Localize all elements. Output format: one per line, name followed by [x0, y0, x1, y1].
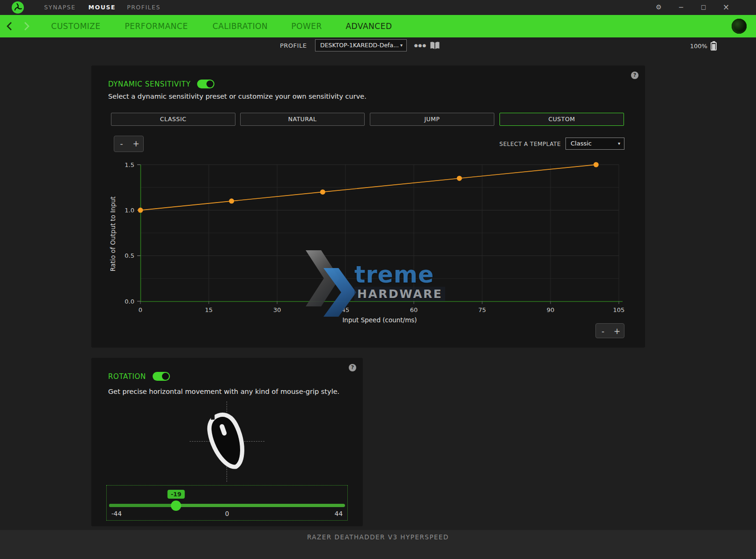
svg-text:0.0: 0.0	[125, 298, 134, 305]
battery-percentage: 100%	[690, 43, 707, 50]
profile-dropdown[interactable]: DESKTOP-1KAREDD-Defa... ▾	[315, 39, 407, 51]
footer-bar: RAZER DEATHADDER V3 HYPERSPEED	[0, 530, 756, 559]
rotation-description: Get precise horizontal movement with any…	[108, 388, 339, 395]
slider-center-label: 0	[225, 510, 229, 517]
svg-text:45: 45	[342, 306, 350, 313]
toggle-knob	[206, 80, 213, 87]
chart-zoom-control-bottom: - +	[595, 323, 624, 338]
template-select-label: SELECT A TEMPLATE	[499, 141, 561, 147]
razer-logo-icon[interactable]	[12, 1, 24, 14]
profile-label: PROFILE	[280, 42, 307, 49]
back-arrow-icon[interactable]	[6, 22, 13, 31]
maximize-icon[interactable]: □	[694, 0, 713, 15]
svg-text:0: 0	[139, 306, 142, 313]
forward-arrow-icon[interactable]	[23, 22, 30, 31]
battery-status: 100%	[690, 41, 717, 51]
template-dropdown[interactable]: Classic ▾	[565, 138, 624, 150]
svg-text:Ratio of Output to Input: Ratio of Output to Input	[109, 196, 117, 271]
sensitivity-curve-chart[interactable]: 0.00.51.01.50153045607590105Input Speed …	[108, 159, 625, 330]
slider-min-label: -44	[111, 510, 122, 517]
titlebar-tab-synapse[interactable]: SYNAPSE	[44, 0, 75, 15]
svg-text:75: 75	[478, 306, 486, 313]
rotation-slider[interactable]: -19 -44 0 44	[106, 485, 348, 521]
mouse-rotation-graphic	[199, 408, 255, 474]
dynamic-sensitivity-description: Select a dynamic sensitivity preset or c…	[108, 93, 367, 100]
titlebar: SYNAPSE MOUSE PROFILES ⚙ − □ ×	[0, 0, 756, 15]
razer-synapse-window: SYNAPSE MOUSE PROFILES ⚙ − □ × CUSTOMIZE…	[0, 0, 756, 559]
zoom-in-button[interactable]: +	[610, 324, 624, 338]
slider-track[interactable]	[109, 504, 345, 507]
tab-performance[interactable]: PERFORMANCE	[125, 15, 188, 37]
zoom-out-button[interactable]: -	[596, 324, 610, 338]
preset-button-custom[interactable]: CUSTOM	[499, 113, 624, 126]
help-icon[interactable]: ?	[631, 72, 639, 79]
chevron-down-icon: ▾	[400, 40, 403, 51]
preset-button-jump[interactable]: JUMP	[370, 113, 494, 126]
zoom-out-button[interactable]: -	[114, 136, 129, 152]
close-icon[interactable]: ×	[717, 0, 735, 15]
slider-fill	[109, 504, 176, 507]
profile-library-book-icon[interactable]	[430, 42, 440, 50]
tab-advanced[interactable]: ADVANCED	[345, 15, 392, 37]
preset-button-natural[interactable]: NATURAL	[240, 113, 365, 126]
profile-more-button[interactable]: ●●●	[414, 39, 427, 51]
zoom-in-button[interactable]: +	[129, 136, 143, 152]
rotation-panel: ? ROTATION Get precise horizontal moveme…	[91, 358, 363, 526]
dynamic-sensitivity-panel: ? DYNAMIC SENSITIVITY Select a dynamic s…	[91, 65, 645, 348]
rotation-title: ROTATION	[108, 372, 146, 381]
titlebar-tab-profiles[interactable]: PROFILES	[127, 0, 161, 15]
svg-text:105: 105	[613, 306, 625, 313]
svg-text:30: 30	[273, 306, 281, 313]
svg-text:15: 15	[205, 306, 213, 313]
razer-triskelion	[13, 2, 23, 13]
svg-text:Input Speed (count/ms): Input Speed (count/ms)	[342, 316, 417, 324]
template-dropdown-value: Classic	[571, 140, 592, 147]
battery-icon	[711, 41, 717, 51]
mouse-icon	[199, 408, 255, 474]
rotation-toggle[interactable]	[153, 372, 170, 381]
svg-text:0.5: 0.5	[125, 252, 134, 259]
chart-zoom-control-top: - +	[114, 136, 144, 152]
svg-text:60: 60	[410, 306, 418, 313]
dynamic-sensitivity-toggle[interactable]	[197, 80, 214, 88]
slider-value-badge: -19	[168, 490, 185, 499]
toggle-knob	[162, 373, 169, 380]
settings-gear-icon[interactable]: ⚙	[649, 0, 668, 15]
titlebar-tab-mouse[interactable]: MOUSE	[88, 0, 116, 15]
user-avatar[interactable]	[732, 19, 747, 34]
tab-customize[interactable]: CUSTOMIZE	[51, 15, 100, 37]
device-name: RAZER DEATHADDER V3 HYPERSPEED	[0, 533, 756, 541]
slider-thumb[interactable]	[171, 501, 181, 511]
minimize-icon[interactable]: −	[672, 0, 690, 15]
profile-dropdown-value: DESKTOP-1KAREDD-Defa...	[320, 42, 399, 49]
chevron-down-icon: ▾	[618, 138, 620, 149]
svg-text:1.5: 1.5	[125, 161, 134, 168]
device-navbar: CUSTOMIZE PERFORMANCE CALIBRATION POWER …	[0, 15, 756, 37]
dynamic-sensitivity-title: DYNAMIC SENSITIVITY	[108, 80, 191, 88]
svg-text:1.0: 1.0	[125, 207, 134, 214]
svg-text:90: 90	[547, 306, 555, 313]
tab-power[interactable]: POWER	[291, 15, 322, 37]
preset-button-classic[interactable]: CLASSIC	[111, 113, 235, 126]
tab-calibration[interactable]: CALIBRATION	[213, 15, 268, 37]
help-icon[interactable]: ?	[349, 364, 356, 371]
slider-max-label: 44	[335, 510, 343, 517]
